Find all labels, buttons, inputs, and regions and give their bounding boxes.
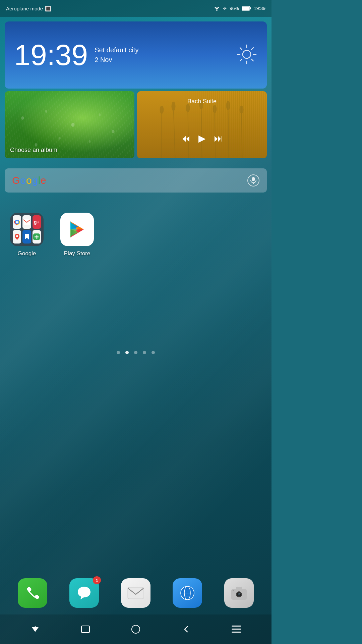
photo-widget[interactable]: Choose an album (5, 91, 134, 158)
svg-rect-34 (252, 177, 255, 181)
svg-point-12 (21, 116, 24, 120)
wifi-icon (214, 5, 220, 12)
dock-browser[interactable] (173, 578, 202, 608)
svg-point-40 (16, 235, 18, 237)
page-dot-3[interactable] (143, 351, 146, 354)
weather-time-display: 19:39 (14, 40, 88, 70)
play-button[interactable]: ▶ (198, 133, 206, 144)
dock-phone[interactable] (18, 578, 47, 608)
page-dot-1[interactable] (125, 351, 129, 354)
music-controls: ⏮ ▶ ⏭ (137, 118, 267, 158)
nav-menu-button[interactable] (228, 621, 244, 637)
svg-rect-67 (232, 626, 241, 627)
svg-rect-43 (37, 235, 38, 239)
nav-bar (0, 614, 272, 644)
svg-point-13 (45, 110, 47, 113)
widgets-row: Choose an album Bach Suite ⏮ ▶ ⏭ (5, 91, 267, 158)
svg-point-15 (99, 113, 101, 116)
folder-games (33, 230, 41, 244)
app-grid: g+ (10, 213, 261, 257)
weather-info: Set default city 2 Nov (95, 46, 138, 64)
svg-point-19 (89, 140, 91, 143)
nav-down-button[interactable] (27, 621, 43, 637)
status-right: ✈ 96% 19:39 (214, 5, 265, 12)
svg-line-11 (240, 59, 242, 61)
google-folder-icon[interactable]: g+ (10, 213, 44, 246)
google-folder-label: Google (18, 250, 36, 257)
sun-icon (236, 44, 257, 65)
svg-point-63 (240, 593, 241, 594)
nav-back-button[interactable] (178, 621, 194, 637)
svg-point-29 (213, 105, 217, 113)
nav-recents-button[interactable] (77, 621, 94, 637)
svg-line-10 (251, 48, 253, 50)
status-bar: Aeroplane mode 🔳 ✈ 96% 19:39 (0, 0, 272, 17)
airplane-icon: ✈ (223, 6, 227, 11)
prev-button[interactable]: ⏮ (181, 133, 190, 144)
svg-point-3 (243, 50, 251, 58)
svg-point-66 (132, 625, 140, 633)
search-bar[interactable]: Google (5, 168, 267, 193)
page-dot-2[interactable] (134, 351, 137, 354)
play-store-icon[interactable] (60, 213, 94, 246)
svg-rect-2 (250, 7, 251, 9)
folder-bookmarks (22, 230, 31, 244)
dock-mail[interactable] (121, 578, 150, 608)
dock-camera[interactable] (224, 578, 254, 608)
svg-rect-70 (238, 632, 241, 633)
nav-home-button[interactable] (128, 621, 144, 637)
battery-icon (242, 6, 251, 11)
svg-rect-1 (242, 7, 249, 10)
page-dot-4[interactable] (152, 351, 155, 354)
svg-point-33 (240, 106, 244, 114)
battery-label: 96% (230, 6, 239, 11)
clock-label: 19:39 (254, 6, 265, 11)
status-left: Aeroplane mode 🔳 (6, 5, 52, 12)
next-button[interactable]: ⏭ (214, 133, 223, 144)
svg-rect-51 (128, 587, 144, 599)
dock-messages[interactable]: 1 (69, 578, 99, 608)
play-store-label: Play Store (64, 250, 90, 257)
page-dot-0[interactable] (117, 351, 120, 354)
svg-point-18 (35, 143, 38, 147)
svg-rect-59 (236, 587, 242, 590)
weather-widget[interactable]: 19:39 Set default city 2 Nov (5, 21, 267, 89)
svg-point-14 (71, 123, 75, 127)
weather-date: 2 Nov (95, 56, 138, 64)
mic-icon[interactable] (247, 174, 259, 186)
svg-rect-65 (81, 626, 89, 633)
weather-city: Set default city (95, 46, 138, 54)
google-folder-wrapper[interactable]: g+ (10, 213, 44, 257)
folder-maps (13, 230, 21, 244)
photo-widget-label: Choose an album (10, 147, 57, 154)
svg-line-8 (240, 48, 242, 50)
aeroplane-mode-icon: 🔳 (45, 5, 52, 12)
folder-chrome (13, 215, 21, 229)
aeroplane-mode-label: Aeroplane mode (6, 6, 43, 11)
google-logo: Google (12, 175, 47, 186)
messages-badge: 1 (93, 576, 101, 584)
svg-point-64 (233, 590, 234, 591)
music-widget[interactable]: Bach Suite ⏮ ▶ ⏭ (137, 91, 267, 158)
svg-point-21 (160, 106, 164, 114)
folder-gmail (22, 215, 31, 229)
music-title: Bach Suite (137, 98, 267, 105)
play-store-wrapper[interactable]: Play Store (60, 213, 94, 257)
weather-sun-container (236, 44, 257, 66)
folder-gplus: g+ (33, 215, 41, 229)
svg-point-16 (112, 130, 115, 133)
svg-point-17 (59, 137, 61, 140)
page-dots (0, 351, 272, 354)
svg-rect-68 (232, 629, 241, 630)
dock: 1 (0, 572, 272, 614)
svg-line-9 (251, 59, 253, 61)
